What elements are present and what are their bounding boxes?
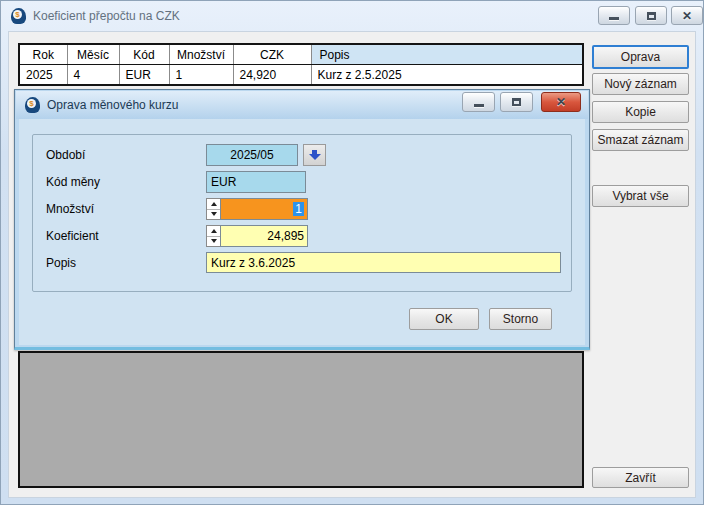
maximize-icon [647,12,656,20]
spin-down-icon[interactable] [207,237,220,247]
table-header-row: Rok Měsíc Kód Množství CZK Popis [19,44,583,65]
col-header-mesic[interactable]: Měsíc [67,44,119,65]
cell-kod: EUR [119,65,169,86]
rates-table: Rok Měsíc Kód Množství CZK Popis 2025 4 … [18,43,584,86]
dialog-title: Oprava měnového kurzu [47,98,178,112]
window-title: Koeficient přepočtu na CZK [33,9,180,23]
close-button[interactable]: ✕ [671,6,703,25]
ok-button[interactable]: OK [409,308,479,330]
dialog-minimize-button[interactable] [462,92,495,112]
kod-meny-label: Kód měny [46,171,100,193]
col-header-czk[interactable]: CZK [233,44,311,65]
col-header-mnozstvi[interactable]: Množství [169,44,233,65]
obdobi-field[interactable]: 2025/05 [206,144,298,166]
cell-mnozstvi: 1 [169,65,233,86]
popis-field[interactable]: Kurz z 3.6.2025 [206,252,561,273]
dialog-maximize-button[interactable] [500,92,533,112]
dollar-icon: $ [13,10,22,19]
obdobi-dropdown-button[interactable] [303,144,326,166]
col-header-rok[interactable]: Rok [19,44,67,65]
cell-rok: 2025 [19,65,67,86]
maximize-icon [512,98,521,106]
minimize-button[interactable] [598,6,630,25]
table-row[interactable]: 2025 4 EUR 1 24,920 Kurz z 2.5.2025 [19,65,583,86]
spin-up-icon[interactable] [207,199,220,210]
koeficient-label: Koeficient [46,225,99,247]
novy-zaznam-button[interactable]: Nový záznam [592,73,689,95]
spin-up-icon[interactable] [207,226,220,237]
app-window: $ Koeficient přepočtu na CZK ✕ Rok Měsíc… [0,0,704,505]
minimize-icon [609,17,619,20]
dialog-close-button[interactable]: ✕ [541,92,581,112]
mnozstvi-field[interactable]: 1 [220,198,308,220]
maximize-button[interactable] [635,6,667,25]
close-icon: ✕ [682,10,692,22]
kopie-button[interactable]: Kopie [592,101,689,123]
cell-czk: 24,920 [233,65,311,86]
close-icon: ✕ [556,96,566,108]
popis-label: Popis [46,252,76,274]
koeficient-spinner[interactable] [206,225,221,247]
minimize-icon [474,104,484,107]
mnozstvi-label: Množství [46,198,94,220]
smazat-zaznam-button[interactable]: Smazat záznam [592,129,689,151]
kod-meny-field[interactable]: EUR [206,171,306,193]
vybrat-vse-button[interactable]: Vybrat vše [592,185,689,207]
dollar-icon: $ [27,99,36,108]
spin-down-icon[interactable] [207,210,220,220]
obdobi-label: Období [46,144,85,166]
dialog-currency-head-icon: $ [24,97,41,114]
main-window-frame: $ Koeficient přepočtu na CZK ✕ Rok Měsíc… [0,0,704,505]
storno-button[interactable]: Storno [489,308,552,330]
detail-panel [18,351,584,488]
cell-mesic: 4 [67,65,119,86]
oprava-button[interactable]: Oprava [592,45,689,69]
cell-popis: Kurz z 2.5.2025 [311,65,583,86]
selected-text: 1 [293,202,304,216]
mnozstvi-spinner[interactable] [206,198,221,220]
col-header-kod[interactable]: Kód [119,44,169,65]
app-currency-head-icon: $ [10,8,27,25]
zavrit-button[interactable]: Zavřít [592,467,689,488]
col-header-popis[interactable]: Popis [311,44,583,65]
koeficient-field[interactable]: 24,895 [220,225,308,247]
